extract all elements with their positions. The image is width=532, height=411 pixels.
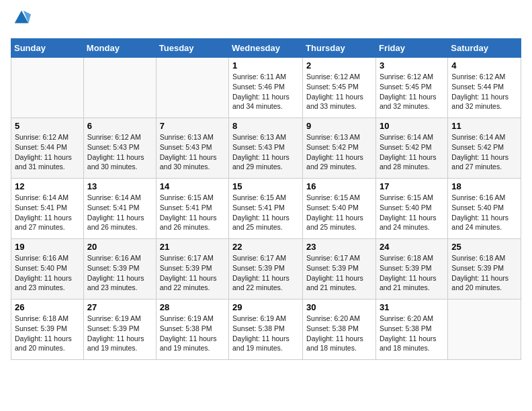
header-day-saturday: Saturday: [448, 39, 521, 58]
header-day-wednesday: Wednesday: [229, 39, 303, 58]
calendar-cell: 12Sunrise: 6:14 AMSunset: 5:41 PMDayligh…: [11, 179, 84, 239]
day-number: 14: [160, 181, 225, 191]
day-info: Sunrise: 6:19 AMSunset: 5:38 PMDaylight:…: [160, 314, 225, 353]
day-info: Sunrise: 6:16 AMSunset: 5:40 PMDaylight:…: [451, 193, 517, 232]
day-number: 11: [451, 121, 517, 131]
day-number: 17: [380, 181, 444, 191]
day-info: Sunrise: 6:19 AMSunset: 5:38 PMDaylight:…: [232, 314, 299, 353]
calendar-header: SundayMondayTuesdayWednesdayThursdayFrid…: [11, 39, 521, 58]
day-info: Sunrise: 6:17 AMSunset: 5:39 PMDaylight:…: [306, 253, 372, 293]
calendar-cell: 11Sunrise: 6:14 AMSunset: 5:42 PMDayligh…: [448, 118, 521, 179]
calendar-cell: 30Sunrise: 6:20 AMSunset: 5:38 PMDayligh…: [303, 300, 376, 360]
calendar-cell: 15Sunrise: 6:15 AMSunset: 5:41 PMDayligh…: [229, 179, 303, 239]
calendar-cell: 3Sunrise: 6:12 AMSunset: 5:45 PMDaylight…: [375, 58, 447, 118]
week-row-1: 5Sunrise: 6:12 AMSunset: 5:44 PMDaylight…: [11, 118, 521, 179]
day-info: Sunrise: 6:14 AMSunset: 5:42 PMDaylight:…: [380, 132, 444, 172]
calendar-cell: 1Sunrise: 6:11 AMSunset: 5:46 PMDaylight…: [229, 58, 303, 118]
day-info: Sunrise: 6:17 AMSunset: 5:39 PMDaylight:…: [160, 253, 225, 293]
day-info: Sunrise: 6:18 AMSunset: 5:39 PMDaylight:…: [15, 314, 80, 353]
day-number: 21: [160, 242, 225, 252]
day-info: Sunrise: 6:12 AMSunset: 5:45 PMDaylight:…: [380, 72, 444, 111]
header-day-monday: Monday: [83, 39, 156, 58]
calendar-cell: 10Sunrise: 6:14 AMSunset: 5:42 PMDayligh…: [375, 118, 447, 179]
day-number: 25: [451, 242, 517, 252]
week-row-2: 12Sunrise: 6:14 AMSunset: 5:41 PMDayligh…: [11, 179, 521, 239]
day-info: Sunrise: 6:13 AMSunset: 5:42 PMDaylight:…: [306, 132, 372, 172]
day-number: 22: [232, 242, 299, 252]
calendar-cell: 6Sunrise: 6:12 AMSunset: 5:43 PMDaylight…: [83, 118, 156, 179]
day-info: Sunrise: 6:20 AMSunset: 5:38 PMDaylight:…: [380, 314, 444, 353]
day-number: 10: [380, 121, 444, 131]
day-info: Sunrise: 6:17 AMSunset: 5:39 PMDaylight:…: [232, 253, 299, 293]
day-number: 19: [15, 242, 80, 252]
calendar-cell: 27Sunrise: 6:19 AMSunset: 5:39 PMDayligh…: [83, 300, 156, 360]
calendar-cell: 4Sunrise: 6:12 AMSunset: 5:44 PMDaylight…: [448, 58, 521, 118]
week-row-4: 26Sunrise: 6:18 AMSunset: 5:39 PMDayligh…: [11, 300, 521, 360]
calendar-cell: 29Sunrise: 6:19 AMSunset: 5:38 PMDayligh…: [229, 300, 303, 360]
calendar-cell: 7Sunrise: 6:13 AMSunset: 5:43 PMDaylight…: [156, 118, 228, 179]
day-number: 16: [306, 181, 372, 191]
calendar-cell: 14Sunrise: 6:15 AMSunset: 5:41 PMDayligh…: [156, 179, 228, 239]
calendar-cell: 17Sunrise: 6:15 AMSunset: 5:40 PMDayligh…: [375, 179, 447, 239]
day-info: Sunrise: 6:15 AMSunset: 5:40 PMDaylight:…: [306, 193, 372, 232]
day-number: 4: [451, 60, 517, 71]
header-row: SundayMondayTuesdayWednesdayThursdayFrid…: [11, 39, 521, 58]
day-info: Sunrise: 6:16 AMSunset: 5:40 PMDaylight:…: [15, 253, 80, 293]
day-info: Sunrise: 6:20 AMSunset: 5:38 PMDaylight:…: [306, 314, 372, 353]
day-info: Sunrise: 6:15 AMSunset: 5:40 PMDaylight:…: [380, 193, 444, 232]
calendar-cell: 2Sunrise: 6:12 AMSunset: 5:45 PMDaylight…: [303, 58, 376, 118]
day-info: Sunrise: 6:16 AMSunset: 5:39 PMDaylight:…: [87, 253, 152, 293]
day-number: 5: [15, 121, 80, 131]
logo-icon: [12, 8, 31, 27]
calendar-cell: 26Sunrise: 6:18 AMSunset: 5:39 PMDayligh…: [11, 300, 84, 360]
day-info: Sunrise: 6:15 AMSunset: 5:41 PMDaylight:…: [160, 193, 225, 232]
day-info: Sunrise: 6:19 AMSunset: 5:39 PMDaylight:…: [87, 314, 152, 353]
day-number: 28: [160, 302, 225, 312]
day-info: Sunrise: 6:12 AMSunset: 5:44 PMDaylight:…: [451, 72, 517, 111]
header-day-thursday: Thursday: [303, 39, 376, 58]
calendar-cell: 18Sunrise: 6:16 AMSunset: 5:40 PMDayligh…: [448, 179, 521, 239]
day-info: Sunrise: 6:12 AMSunset: 5:43 PMDaylight:…: [87, 132, 152, 172]
calendar-cell: 22Sunrise: 6:17 AMSunset: 5:39 PMDayligh…: [229, 239, 303, 300]
day-info: Sunrise: 6:13 AMSunset: 5:43 PMDaylight:…: [232, 132, 299, 172]
day-number: 27: [87, 302, 152, 312]
day-info: Sunrise: 6:18 AMSunset: 5:39 PMDaylight:…: [380, 253, 444, 293]
day-number: 6: [87, 121, 152, 131]
calendar-cell: [448, 300, 521, 360]
week-row-0: 1Sunrise: 6:11 AMSunset: 5:46 PMDaylight…: [11, 58, 521, 118]
calendar-cell: 24Sunrise: 6:18 AMSunset: 5:39 PMDayligh…: [375, 239, 447, 300]
header-day-friday: Friday: [375, 39, 447, 58]
day-number: 15: [232, 181, 299, 191]
day-info: Sunrise: 6:15 AMSunset: 5:41 PMDaylight:…: [232, 193, 299, 232]
day-info: Sunrise: 6:18 AMSunset: 5:39 PMDaylight:…: [451, 253, 517, 293]
day-number: 7: [160, 121, 225, 131]
day-number: 1: [232, 60, 299, 71]
calendar-cell: 21Sunrise: 6:17 AMSunset: 5:39 PMDayligh…: [156, 239, 228, 300]
calendar-cell: 20Sunrise: 6:16 AMSunset: 5:39 PMDayligh…: [83, 239, 156, 300]
day-number: 8: [232, 121, 299, 131]
calendar-table: SundayMondayTuesdayWednesdayThursdayFrid…: [11, 38, 521, 360]
day-info: Sunrise: 6:13 AMSunset: 5:43 PMDaylight:…: [160, 132, 225, 172]
calendar-cell: 31Sunrise: 6:20 AMSunset: 5:38 PMDayligh…: [375, 300, 447, 360]
day-number: 18: [451, 181, 517, 191]
header-day-sunday: Sunday: [11, 39, 84, 58]
week-row-3: 19Sunrise: 6:16 AMSunset: 5:40 PMDayligh…: [11, 239, 521, 300]
day-info: Sunrise: 6:11 AMSunset: 5:46 PMDaylight:…: [232, 72, 299, 111]
day-number: 2: [306, 60, 372, 71]
day-info: Sunrise: 6:14 AMSunset: 5:41 PMDaylight:…: [15, 193, 80, 232]
day-info: Sunrise: 6:14 AMSunset: 5:41 PMDaylight:…: [87, 193, 152, 232]
header-day-tuesday: Tuesday: [156, 39, 228, 58]
calendar-cell: 13Sunrise: 6:14 AMSunset: 5:41 PMDayligh…: [83, 179, 156, 239]
calendar-cell: 23Sunrise: 6:17 AMSunset: 5:39 PMDayligh…: [303, 239, 376, 300]
day-number: 31: [380, 302, 444, 312]
calendar-cell: 9Sunrise: 6:13 AMSunset: 5:42 PMDaylight…: [303, 118, 376, 179]
day-info: Sunrise: 6:12 AMSunset: 5:44 PMDaylight:…: [15, 132, 80, 172]
day-number: 26: [15, 302, 80, 312]
day-number: 23: [306, 242, 372, 252]
day-number: 13: [87, 181, 152, 191]
page-header: [11, 11, 521, 30]
day-number: 9: [306, 121, 372, 131]
calendar-cell: 28Sunrise: 6:19 AMSunset: 5:38 PMDayligh…: [156, 300, 228, 360]
calendar-cell: [83, 58, 156, 118]
day-number: 29: [232, 302, 299, 312]
